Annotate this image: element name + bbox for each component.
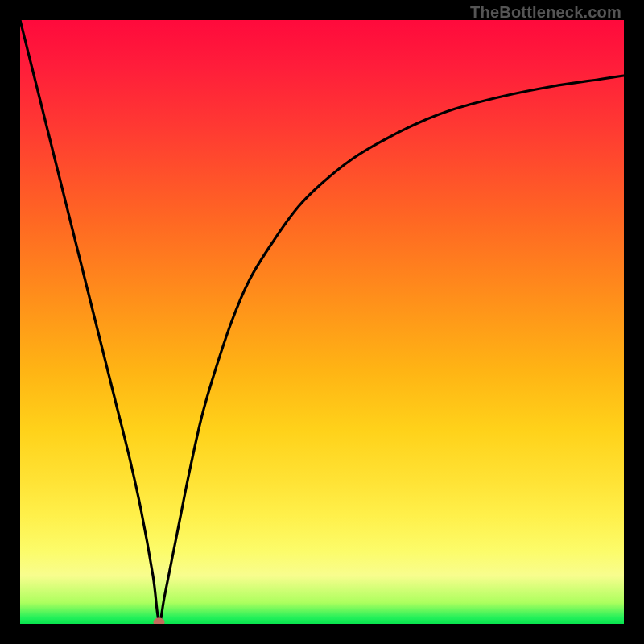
optimal-point-marker [154, 617, 165, 624]
bottleneck-curve-line [20, 20, 624, 621]
chart-plot-area [20, 20, 624, 624]
watermark-text: TheBottleneck.com [470, 3, 621, 22]
chart-svg [20, 20, 624, 624]
